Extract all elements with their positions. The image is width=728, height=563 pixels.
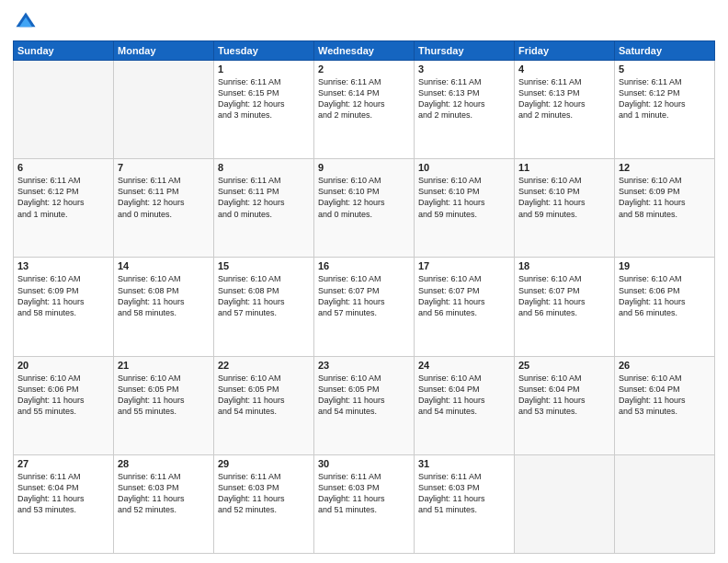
calendar-cell: 11Sunrise: 6:10 AM Sunset: 6:10 PM Dayli…	[515, 159, 615, 258]
day-number: 15	[218, 260, 310, 271]
day-number: 10	[418, 162, 510, 173]
calendar-cell: 8Sunrise: 6:11 AM Sunset: 6:11 PM Daylig…	[214, 159, 314, 258]
day-info: Sunrise: 6:10 AM Sunset: 6:08 PM Dayligh…	[218, 273, 310, 318]
calendar-cell: 29Sunrise: 6:11 AM Sunset: 6:03 PM Dayli…	[214, 454, 314, 553]
calendar-cell: 24Sunrise: 6:10 AM Sunset: 6:04 PM Dayli…	[415, 356, 515, 454]
calendar-cell	[515, 454, 615, 553]
day-number: 30	[318, 458, 410, 469]
calendar-cell	[14, 61, 114, 159]
day-number: 26	[619, 360, 711, 371]
calendar-week-row: 27Sunrise: 6:11 AM Sunset: 6:04 PM Dayli…	[14, 454, 715, 553]
calendar-cell: 18Sunrise: 6:10 AM Sunset: 6:07 PM Dayli…	[515, 258, 615, 356]
day-number: 22	[218, 360, 310, 371]
weekday-header: Friday	[515, 41, 615, 61]
calendar-cell: 21Sunrise: 6:10 AM Sunset: 6:05 PM Dayli…	[114, 356, 214, 454]
calendar-cell: 1Sunrise: 6:11 AM Sunset: 6:15 PM Daylig…	[214, 61, 314, 159]
day-number: 20	[17, 360, 109, 371]
day-info: Sunrise: 6:10 AM Sunset: 6:04 PM Dayligh…	[619, 373, 711, 418]
day-info: Sunrise: 6:10 AM Sunset: 6:10 PM Dayligh…	[418, 175, 510, 220]
calendar-cell: 12Sunrise: 6:10 AM Sunset: 6:09 PM Dayli…	[615, 159, 715, 258]
day-info: Sunrise: 6:11 AM Sunset: 6:11 PM Dayligh…	[218, 175, 310, 220]
day-info: Sunrise: 6:11 AM Sunset: 6:03 PM Dayligh…	[118, 471, 210, 516]
calendar-week-row: 20Sunrise: 6:10 AM Sunset: 6:06 PM Dayli…	[14, 356, 715, 454]
calendar-cell: 16Sunrise: 6:10 AM Sunset: 6:07 PM Dayli…	[314, 258, 415, 356]
day-number: 3	[418, 63, 510, 75]
calendar-cell: 5Sunrise: 6:11 AM Sunset: 6:12 PM Daylig…	[615, 61, 715, 159]
calendar-cell: 20Sunrise: 6:10 AM Sunset: 6:06 PM Dayli…	[14, 356, 114, 454]
day-info: Sunrise: 6:10 AM Sunset: 6:09 PM Dayligh…	[17, 273, 109, 318]
day-number: 8	[218, 162, 310, 173]
weekday-header: Sunday	[14, 41, 114, 61]
calendar-cell: 14Sunrise: 6:10 AM Sunset: 6:08 PM Dayli…	[114, 258, 214, 356]
day-number: 19	[619, 260, 711, 271]
day-info: Sunrise: 6:10 AM Sunset: 6:05 PM Dayligh…	[318, 373, 410, 418]
calendar-cell: 6Sunrise: 6:11 AM Sunset: 6:12 PM Daylig…	[14, 159, 114, 258]
day-info: Sunrise: 6:11 AM Sunset: 6:13 PM Dayligh…	[418, 76, 510, 121]
day-info: Sunrise: 6:10 AM Sunset: 6:05 PM Dayligh…	[118, 373, 210, 418]
day-info: Sunrise: 6:11 AM Sunset: 6:04 PM Dayligh…	[17, 471, 109, 516]
day-info: Sunrise: 6:11 AM Sunset: 6:11 PM Dayligh…	[118, 175, 210, 220]
day-number: 24	[418, 360, 510, 371]
weekday-row: SundayMondayTuesdayWednesdayThursdayFrid…	[14, 41, 715, 61]
weekday-header: Thursday	[415, 41, 515, 61]
day-info: Sunrise: 6:11 AM Sunset: 6:12 PM Dayligh…	[619, 76, 711, 121]
calendar-cell: 30Sunrise: 6:11 AM Sunset: 6:03 PM Dayli…	[314, 454, 415, 553]
weekday-header: Wednesday	[314, 41, 415, 61]
page: SundayMondayTuesdayWednesdayThursdayFrid…	[0, 0, 728, 563]
day-info: Sunrise: 6:10 AM Sunset: 6:06 PM Dayligh…	[619, 273, 711, 318]
calendar-cell: 23Sunrise: 6:10 AM Sunset: 6:05 PM Dayli…	[314, 356, 415, 454]
calendar-cell: 9Sunrise: 6:10 AM Sunset: 6:10 PM Daylig…	[314, 159, 415, 258]
calendar-cell: 7Sunrise: 6:11 AM Sunset: 6:11 PM Daylig…	[114, 159, 214, 258]
calendar-week-row: 13Sunrise: 6:10 AM Sunset: 6:09 PM Dayli…	[14, 258, 715, 356]
header	[13, 9, 715, 35]
calendar-cell: 19Sunrise: 6:10 AM Sunset: 6:06 PM Dayli…	[615, 258, 715, 356]
day-number: 9	[318, 162, 410, 173]
day-info: Sunrise: 6:10 AM Sunset: 6:06 PM Dayligh…	[17, 373, 109, 418]
calendar-cell: 28Sunrise: 6:11 AM Sunset: 6:03 PM Dayli…	[114, 454, 214, 553]
day-number: 21	[118, 360, 210, 371]
day-number: 1	[218, 63, 310, 75]
calendar-cell: 15Sunrise: 6:10 AM Sunset: 6:08 PM Dayli…	[214, 258, 314, 356]
calendar-cell: 27Sunrise: 6:11 AM Sunset: 6:04 PM Dayli…	[14, 454, 114, 553]
day-info: Sunrise: 6:10 AM Sunset: 6:09 PM Dayligh…	[619, 175, 711, 220]
calendar-cell	[114, 61, 214, 159]
day-info: Sunrise: 6:10 AM Sunset: 6:07 PM Dayligh…	[418, 273, 510, 318]
calendar-cell: 13Sunrise: 6:10 AM Sunset: 6:09 PM Dayli…	[14, 258, 114, 356]
weekday-header: Saturday	[615, 41, 715, 61]
day-number: 25	[518, 360, 610, 371]
day-info: Sunrise: 6:10 AM Sunset: 6:10 PM Dayligh…	[518, 175, 610, 220]
calendar-cell: 26Sunrise: 6:10 AM Sunset: 6:04 PM Dayli…	[615, 356, 715, 454]
day-number: 4	[518, 63, 610, 75]
day-info: Sunrise: 6:11 AM Sunset: 6:13 PM Dayligh…	[518, 76, 610, 121]
day-number: 28	[118, 458, 210, 469]
day-number: 5	[619, 63, 711, 75]
day-number: 17	[418, 260, 510, 271]
weekday-header: Tuesday	[214, 41, 314, 61]
day-info: Sunrise: 6:10 AM Sunset: 6:04 PM Dayligh…	[518, 373, 610, 418]
day-info: Sunrise: 6:10 AM Sunset: 6:04 PM Dayligh…	[418, 373, 510, 418]
day-number: 2	[318, 63, 410, 75]
calendar-cell: 17Sunrise: 6:10 AM Sunset: 6:07 PM Dayli…	[415, 258, 515, 356]
day-info: Sunrise: 6:10 AM Sunset: 6:05 PM Dayligh…	[218, 373, 310, 418]
day-number: 12	[619, 162, 711, 173]
calendar-cell: 31Sunrise: 6:11 AM Sunset: 6:03 PM Dayli…	[415, 454, 515, 553]
day-number: 11	[518, 162, 610, 173]
day-info: Sunrise: 6:10 AM Sunset: 6:08 PM Dayligh…	[118, 273, 210, 318]
day-info: Sunrise: 6:11 AM Sunset: 6:15 PM Dayligh…	[218, 76, 310, 121]
calendar-header: SundayMondayTuesdayWednesdayThursdayFrid…	[14, 41, 715, 61]
day-number: 18	[518, 260, 610, 271]
calendar-cell: 10Sunrise: 6:10 AM Sunset: 6:10 PM Dayli…	[415, 159, 515, 258]
calendar-cell: 3Sunrise: 6:11 AM Sunset: 6:13 PM Daylig…	[415, 61, 515, 159]
calendar-cell: 22Sunrise: 6:10 AM Sunset: 6:05 PM Dayli…	[214, 356, 314, 454]
day-info: Sunrise: 6:11 AM Sunset: 6:03 PM Dayligh…	[418, 471, 510, 516]
day-info: Sunrise: 6:10 AM Sunset: 6:07 PM Dayligh…	[518, 273, 610, 318]
day-number: 29	[218, 458, 310, 469]
day-number: 31	[418, 458, 510, 469]
calendar-week-row: 6Sunrise: 6:11 AM Sunset: 6:12 PM Daylig…	[14, 159, 715, 258]
calendar-cell: 2Sunrise: 6:11 AM Sunset: 6:14 PM Daylig…	[314, 61, 415, 159]
day-number: 7	[118, 162, 210, 173]
day-info: Sunrise: 6:11 AM Sunset: 6:12 PM Dayligh…	[17, 175, 109, 220]
calendar-cell: 4Sunrise: 6:11 AM Sunset: 6:13 PM Daylig…	[515, 61, 615, 159]
day-number: 6	[17, 162, 109, 173]
calendar-week-row: 1Sunrise: 6:11 AM Sunset: 6:15 PM Daylig…	[14, 61, 715, 159]
